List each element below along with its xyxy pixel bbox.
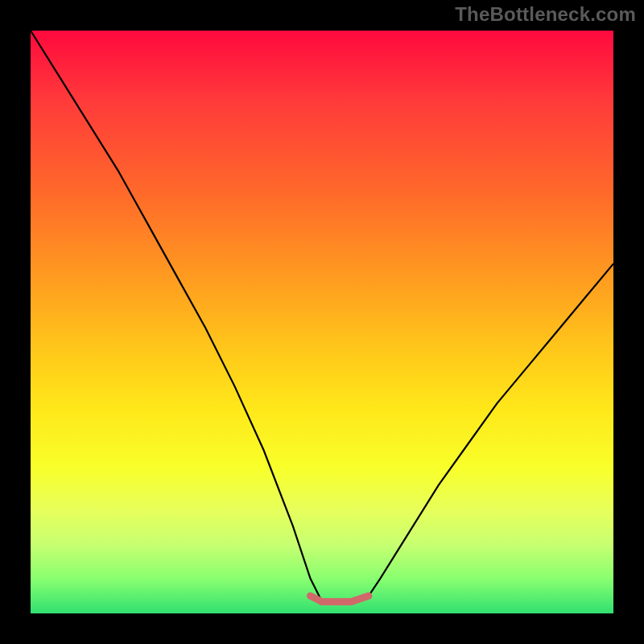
chart-frame: TheBottleneck.com	[0, 0, 644, 644]
watermark-text: TheBottleneck.com	[455, 3, 636, 26]
bottleneck-curve-path	[31, 31, 613, 602]
bottom-highlight-path	[311, 596, 369, 601]
curve-layer	[31, 31, 613, 613]
